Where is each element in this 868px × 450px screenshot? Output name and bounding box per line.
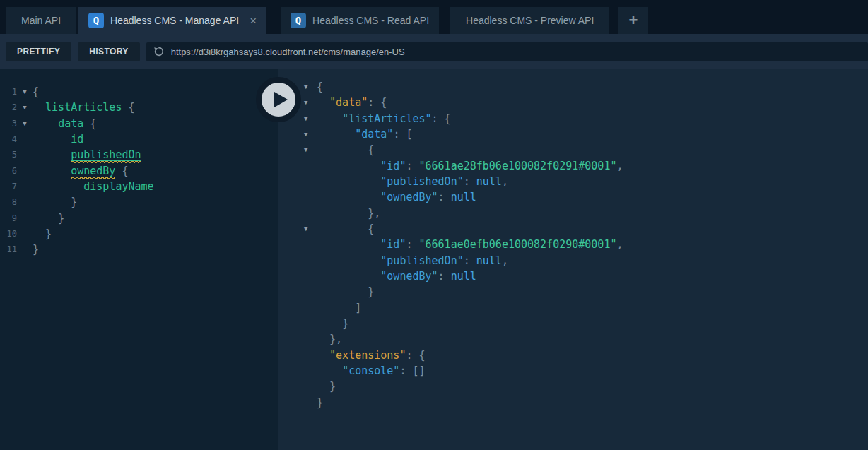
code-text: { — [317, 81, 323, 93]
new-tab-button[interactable]: + — [618, 7, 648, 34]
query-line: 4 id — [0, 131, 278, 147]
token-warnfield: ownedBy — [71, 165, 115, 179]
token-key: "id" — [380, 160, 406, 172]
tab-label: Headless CMS - Manage API — [110, 15, 239, 26]
query-editor[interactable]: 1▼{2▼ listArticles {3▼ data {4 id5 publi… — [0, 69, 278, 450]
token-punct: } — [342, 317, 348, 330]
response-line: } — [278, 379, 868, 394]
token-str: "6661ae28fb06e100082f0291#0001" — [419, 160, 617, 172]
token-field: displayName — [83, 180, 153, 193]
line-number: 10 — [0, 229, 17, 239]
tab-headless-cms-preview-api[interactable]: Headless CMS - Preview API — [450, 7, 609, 34]
tab-label: Main API — [21, 15, 61, 26]
query-line: 9 } — [0, 211, 278, 226]
fold-arrow-icon[interactable]: ▼ — [278, 131, 317, 138]
code-text: } — [317, 285, 374, 298]
token-key1: "extensions" — [329, 349, 406, 362]
fold-arrow-icon[interactable]: ▼ — [17, 104, 33, 111]
fold-arrow-icon[interactable]: ▼ — [17, 120, 33, 127]
line-number: 3 — [0, 119, 17, 129]
token-punct: } — [58, 212, 64, 225]
query-line: 5 publishedOn — [0, 147, 278, 162]
query-line: 6 ownedBy { — [0, 163, 278, 179]
code-text: "data": { — [317, 96, 387, 109]
token-punct: { — [33, 85, 39, 98]
line-number: 7 — [0, 182, 17, 191]
token-punct: }, — [329, 333, 342, 345]
token-str: "6661ae0efb06e100082f0290#0001" — [419, 238, 617, 251]
toolbar: PRETTIFY HISTORY — [0, 34, 868, 69]
token-punct: : — [464, 175, 476, 188]
response-line: "id": "6661ae0efb06e100082f0290#0001", — [278, 237, 868, 252]
close-tab-icon[interactable]: × — [250, 15, 257, 27]
endpoint-url-input[interactable] — [171, 47, 861, 57]
response-line: "id": "6661ae28fb06e100082f0291#0001", — [278, 158, 868, 174]
query-line: 7 displayName — [0, 179, 278, 194]
history-refresh-icon[interactable] — [153, 46, 165, 57]
token-key: "ownedBy" — [380, 191, 438, 203]
code-text: { — [317, 223, 374, 235]
code-text: }, — [317, 333, 342, 345]
token-punct: { — [368, 223, 374, 235]
line-number: 11 — [0, 244, 17, 254]
code-text: } — [33, 212, 64, 225]
code-text: } — [317, 317, 348, 330]
token-punct: } — [317, 396, 323, 409]
response-line: "ownedBy": null — [278, 268, 868, 284]
code-text: "publishedOn": null, — [317, 254, 508, 267]
token-key: "listArticles" — [342, 112, 431, 125]
graphql-q-badge-icon: Q — [88, 13, 104, 28]
query-line: 11} — [0, 242, 278, 257]
token-punct: { — [83, 117, 96, 130]
query-line: 8 } — [0, 194, 278, 210]
token-punct: { — [122, 101, 134, 114]
response-line: "console": [] — [278, 363, 868, 379]
code-text: } — [317, 380, 336, 393]
code-text: "listArticles": { — [317, 112, 451, 125]
response-line: "publishedOn": null, — [278, 174, 868, 189]
tab-bar: Main APIQHeadless CMS - Manage API×QHead… — [0, 0, 868, 34]
response-line: }, — [278, 206, 868, 221]
token-null: null — [476, 175, 502, 188]
token-key: "data" — [355, 128, 393, 141]
token-punct: } — [71, 196, 77, 208]
tab-headless-cms-manage-api[interactable]: QHeadless CMS - Manage API× — [78, 7, 266, 34]
line-number: 1 — [0, 87, 17, 97]
token-punct: , — [616, 238, 623, 251]
prettify-button[interactable]: PRETTIFY — [6, 42, 71, 61]
token-punct: : — [438, 191, 451, 203]
fold-arrow-icon[interactable]: ▼ — [278, 146, 317, 153]
token-field: data — [58, 117, 83, 130]
response-line: ▼ { — [278, 142, 868, 158]
code-text: { — [33, 85, 39, 98]
token-punct: : — [406, 238, 418, 251]
token-punct: ] — [355, 302, 361, 314]
execute-query-button[interactable] — [256, 77, 301, 122]
token-key: "publishedOn" — [380, 254, 463, 267]
tab-main-api[interactable]: Main API — [6, 7, 76, 34]
response-line: ▼ { — [278, 221, 868, 237]
token-key: "ownedBy" — [380, 270, 438, 283]
response-viewer: ▼{▼ "data": {▼ "listArticles": {▼ "data"… — [278, 69, 868, 450]
token-punct: } — [45, 227, 52, 240]
code-text: ] — [317, 302, 361, 314]
code-text: } — [33, 227, 52, 240]
code-text: "id": "6661ae28fb06e100082f0291#0001", — [317, 160, 623, 172]
response-line: ▼ "data": { — [278, 95, 868, 110]
token-field: id — [71, 133, 83, 146]
response-line: ] — [278, 300, 868, 316]
play-icon — [274, 92, 288, 107]
token-punct: { — [368, 143, 374, 156]
response-line: ▼{ — [278, 79, 868, 95]
code-text: displayName — [33, 180, 154, 193]
fold-arrow-icon[interactable]: ▼ — [17, 88, 33, 95]
history-button[interactable]: HISTORY — [78, 42, 139, 61]
tab-headless-cms-read-api[interactable]: QHeadless CMS - Read API — [281, 7, 439, 34]
code-text: listArticles { — [33, 101, 135, 114]
code-text: } — [317, 396, 323, 409]
token-key: "console" — [342, 365, 399, 377]
code-text: "id": "6661ae0efb06e100082f0290#0001", — [317, 238, 623, 251]
fold-arrow-icon[interactable]: ▼ — [278, 225, 317, 232]
token-punct: : [ — [393, 128, 412, 141]
token-punct: }, — [368, 207, 380, 220]
